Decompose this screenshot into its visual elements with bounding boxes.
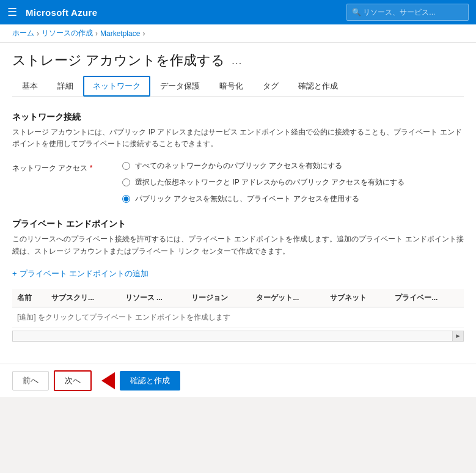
- radio-input-3[interactable]: [122, 195, 130, 203]
- hamburger-icon[interactable]: ☰: [7, 6, 17, 19]
- create-button[interactable]: 確認と作成: [120, 371, 180, 391]
- col-private: プライベー...: [390, 289, 464, 307]
- prev-button[interactable]: 前へ: [12, 371, 49, 391]
- empty-message: [追加] をクリックしてプライベート エンドポイントを作成します: [12, 307, 464, 328]
- sep3: ›: [142, 29, 145, 38]
- network-access-row: ネットワーク アクセス * すべてのネットワークからのパブリック アクセスを有効…: [12, 161, 464, 204]
- section2-title: プライベート エンドポイント: [12, 219, 464, 230]
- breadcrumb-marketplace[interactable]: Marketplace: [100, 29, 140, 38]
- section1-desc: ストレージ アカウントには、パブリック IP アドレスまたはサービス エンドポイ…: [12, 127, 464, 150]
- scroll-track: [13, 331, 452, 341]
- tab-review[interactable]: 確認と作成: [288, 76, 348, 97]
- required-mark: *: [87, 164, 92, 172]
- table-header: 名前 サブスクリ... リソース ... リージョン ターゲット... サブネッ…: [12, 289, 464, 307]
- col-name: 名前: [12, 289, 46, 307]
- plus-icon: +: [12, 269, 17, 278]
- private-endpoint-section: プライベート エンドポイント このリソースへのプライベート接続を許可するには、プ…: [12, 219, 464, 341]
- tab-data-protection[interactable]: データ保護: [150, 76, 210, 97]
- col-region: リージョン: [186, 289, 251, 307]
- radio-option-2[interactable]: 選択した仮想ネットワークと IP アドレスからのパブリック アクセスを有効にする: [122, 177, 405, 188]
- section1-title: ネットワーク接続: [12, 112, 464, 123]
- tab-tags[interactable]: タグ: [253, 76, 288, 97]
- breadcrumb-home[interactable]: ホーム: [12, 28, 34, 38]
- arrow-indicator: [101, 372, 115, 389]
- bottom-bar: 前へ 次へ 確認と作成: [0, 364, 476, 397]
- section2-desc: このリソースへのプライベート接続を許可するには、プライベート エンドポイントを作…: [12, 233, 464, 257]
- top-nav: ☰ Microsoft Azure 🔍 リソース、サービス...: [0, 0, 476, 24]
- sep2: ›: [95, 29, 98, 38]
- tab-advanced[interactable]: 詳細: [48, 76, 83, 97]
- sep1: ›: [37, 29, 39, 38]
- page-title-row: ストレージ アカウントを作成する …: [12, 43, 464, 76]
- radio-label-2: 選択した仮想ネットワークと IP アドレスからのパブリック アクセスを有効にする: [135, 177, 405, 188]
- tabs: 基本 詳細 ネットワーク データ保護 暗号化 タグ 確認と作成: [12, 76, 464, 97]
- tab-network[interactable]: ネットワーク: [83, 76, 150, 97]
- radio-label-1: すべてのネットワークからのパブリック アクセスを有効にする: [135, 161, 342, 171]
- page-title: ストレージ アカウントを作成する: [12, 51, 225, 70]
- network-section: ネットワーク接続 ストレージ アカウントには、パブリック IP アドレスまたはサ…: [12, 112, 464, 204]
- radio-option-1[interactable]: すべてのネットワークからのパブリック アクセスを有効にする: [122, 161, 405, 171]
- scroll-right-arrow[interactable]: ►: [452, 331, 463, 341]
- search-icon: 🔍: [352, 8, 361, 16]
- add-endpoint-link[interactable]: + プライベート エンドポイントの追加: [12, 268, 148, 279]
- col-subscription: サブスクリ...: [46, 289, 120, 307]
- tab-encryption[interactable]: 暗号化: [210, 76, 253, 97]
- horizontal-scrollbar[interactable]: ►: [12, 331, 464, 342]
- radio-input-1[interactable]: [122, 162, 130, 170]
- col-subnet: サブネット: [325, 289, 390, 307]
- endpoint-table: 名前 サブスクリ... リソース ... リージョン ターゲット... サブネッ…: [12, 289, 464, 328]
- page-menu-icon[interactable]: …: [231, 54, 242, 67]
- tab-basic[interactable]: 基本: [12, 76, 48, 97]
- radio-option-3[interactable]: パブリック アクセスを無効にし、プライベート アクセスを使用する: [122, 194, 405, 204]
- breadcrumb: ホーム › リソースの作成 › Marketplace ›: [0, 24, 476, 43]
- radio-label-3: パブリック アクセスを無効にし、プライベート アクセスを使用する: [135, 194, 359, 204]
- search-box[interactable]: 🔍 リソース、サービス...: [346, 4, 469, 21]
- table-empty-row: [追加] をクリックしてプライベート エンドポイントを作成します: [12, 307, 464, 328]
- col-target: ターゲット...: [251, 289, 325, 307]
- next-button[interactable]: 次へ: [54, 370, 92, 391]
- col-resource: リソース ...: [120, 289, 186, 307]
- breadcrumb-create[interactable]: リソースの作成: [42, 28, 93, 38]
- main-content: ストレージ アカウントを作成する … 基本 詳細 ネットワーク データ保護 暗号…: [0, 43, 476, 364]
- brand-name: Microsoft Azure: [26, 7, 97, 18]
- network-access-label: ネットワーク アクセス *: [12, 161, 122, 174]
- search-placeholder: リソース、サービス...: [363, 7, 435, 18]
- radio-group: すべてのネットワークからのパブリック アクセスを有効にする 選択した仮想ネットワ…: [122, 161, 405, 204]
- radio-input-2[interactable]: [122, 178, 130, 186]
